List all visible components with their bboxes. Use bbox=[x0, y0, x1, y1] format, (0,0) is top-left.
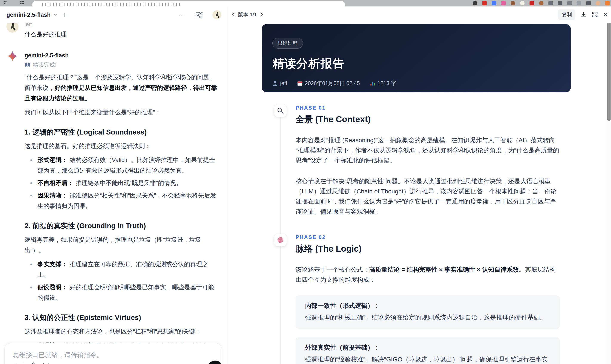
wordcount-meta: 1213 字 bbox=[370, 80, 397, 87]
expand-button[interactable] bbox=[592, 11, 598, 18]
phase-title: 全景 (The Context) bbox=[296, 114, 606, 125]
close-button[interactable]: ✕ bbox=[603, 11, 608, 18]
bullet-item: 事实支撑：推理建立在可靠的数据、准确的观测或公认的真理之上。 bbox=[25, 259, 218, 280]
author-meta: jeff bbox=[272, 80, 287, 86]
phase2-icon-box bbox=[274, 234, 287, 246]
extension-icon[interactable] bbox=[548, 1, 553, 5]
bullet-item: 因果清晰：能准确区分“相关性”和“因果关系”，不会轻率地将先后发生的事情归为因果… bbox=[25, 190, 218, 211]
report-date: 2026年01月08日 02:45 bbox=[305, 80, 360, 87]
phase-label: PHASE 01 bbox=[296, 104, 606, 111]
extension-icon[interactable] bbox=[596, 1, 600, 5]
new-chat-button[interactable]: + bbox=[63, 12, 67, 18]
tools-button[interactable] bbox=[30, 363, 37, 364]
phase-paragraph: 核心情境在于解决“思考的随意性”问题。不论是人类通过批判性思维进行决策，还是大语… bbox=[296, 176, 560, 217]
soccer-player-icon bbox=[8, 22, 17, 31]
chat-panel: gemini-2.5-flash + ⋯ bbox=[0, 6, 228, 364]
message-input[interactable]: 思维接口已就绪，请传输指令。 bbox=[13, 351, 213, 360]
answer-section: 1. 逻辑的严密性 (Logical Soundness) 这是推理的基石。好的… bbox=[25, 127, 218, 211]
app-window: gemini-2.5-flash + ⋯ bbox=[0, 0, 611, 364]
phase-section-2: PHASE 02 脉络 (The Logic) 该论述基于一个核心公式：高质量结… bbox=[274, 234, 606, 364]
bullet-item: 不自相矛盾：推理链条中不能出现“既是又非”的情况。 bbox=[25, 178, 218, 188]
composer-divider bbox=[24, 363, 24, 364]
section-heading: 2. 前提的真实性 (Grounding in Truth) bbox=[25, 221, 218, 231]
extension-icon[interactable] bbox=[539, 1, 544, 5]
person-icon bbox=[272, 81, 278, 86]
extension-icon[interactable] bbox=[511, 1, 515, 5]
author-name: jeff bbox=[280, 80, 287, 86]
extension-icon[interactable] bbox=[482, 1, 487, 5]
assistant-name: gemini-2.5-flash bbox=[25, 51, 69, 59]
sliders-icon bbox=[195, 11, 203, 18]
assistant-answer: “什么是好的推理？”这是一个涉及逻辑学、认知科学和哲学核心的问题。简单来说，好的… bbox=[25, 72, 218, 364]
bullet-term: 不自相矛盾： bbox=[37, 180, 74, 186]
extension-strip[interactable] bbox=[473, 1, 610, 5]
section-lead: 这涉及推理者的心态和方法论，也是区分“杠精”和“思想家”的关键： bbox=[25, 326, 218, 337]
version-next-button[interactable] bbox=[260, 12, 263, 17]
model-title[interactable]: gemini-2.5-flash bbox=[6, 12, 51, 18]
chevron-down-icon[interactable] bbox=[53, 13, 57, 16]
page-content: gemini-2.5-flash + ⋯ bbox=[0, 6, 611, 364]
extension-icon[interactable] bbox=[577, 1, 581, 5]
section-heading: 3. 认知的公正性 (Epistemic Virtues) bbox=[25, 313, 218, 322]
status-text: 精读完成! bbox=[33, 61, 56, 68]
diamonds-icon bbox=[30, 363, 37, 364]
extension-icon[interactable] bbox=[501, 1, 506, 5]
phase1-icon-box bbox=[274, 104, 287, 117]
soccer-player-icon bbox=[214, 12, 220, 18]
report-title: 精读分析报告 bbox=[272, 56, 560, 72]
report-hero-card: 思维过程 精读分析报告 jeff 2026年01月08日 02:45 bbox=[262, 24, 571, 92]
extension-icon[interactable] bbox=[492, 1, 496, 5]
copy-button[interactable]: 复制 bbox=[558, 10, 575, 20]
bullet-term: 事实支撑： bbox=[37, 261, 67, 268]
bullet-term: 因果清晰： bbox=[37, 192, 67, 199]
card-title: 内部一致性（形式逻辑）： bbox=[305, 301, 550, 310]
add-attachment-button[interactable]: + bbox=[13, 362, 18, 364]
report-meta: jeff 2026年01月08日 02:45 1213 字 bbox=[272, 80, 560, 87]
download-button[interactable] bbox=[581, 11, 586, 18]
extension-icon[interactable] bbox=[473, 1, 477, 5]
section-lead: 逻辑再完美，如果前提是错误的，推理也是垃圾（即“垃圾进，垃圾出”）。 bbox=[25, 234, 218, 256]
browser-toolbar bbox=[0, 0, 611, 6]
brain-icon bbox=[277, 236, 284, 244]
refresh-icon[interactable] bbox=[3, 0, 7, 5]
phase-paragraph: 该论述基于一个核心公式：高质量结论 = 结构完整性 × 事实准确性 × 认知自律… bbox=[296, 264, 560, 285]
card-title: 外部真实性（前提基础）： bbox=[305, 343, 550, 352]
version-prev-button[interactable] bbox=[232, 12, 235, 17]
bar-chart-icon bbox=[370, 81, 375, 86]
model-settings-button[interactable] bbox=[195, 11, 203, 18]
section-heading: 1. 逻辑的严密性 (Logical Soundness) bbox=[25, 127, 218, 137]
extension-icon[interactable] bbox=[520, 1, 525, 5]
book-icon bbox=[25, 62, 30, 67]
answer-section: 2. 前提的真实性 (Grounding in Truth) 逻辑再完美，如果前… bbox=[25, 221, 218, 303]
date-meta: 2026年01月08日 02:45 bbox=[297, 80, 360, 87]
card-body: 强调推理的“经验校准”。解决“GIGO（垃圾进，垃圾出）”问题，确保推理引擎运行… bbox=[305, 354, 550, 364]
address-url-text bbox=[42, 3, 180, 6]
extension-icon[interactable] bbox=[567, 1, 572, 5]
apps-grid-icon[interactable] bbox=[20, 0, 24, 5]
assistant-message-row: gemini-2.5-flash 精读完成! bbox=[6, 51, 222, 68]
extension-icon[interactable] bbox=[558, 1, 562, 5]
extension-icon[interactable] bbox=[530, 1, 534, 5]
extension-icon[interactable] bbox=[586, 1, 591, 5]
chat-header: gemini-2.5-flash + ⋯ bbox=[0, 6, 228, 23]
user-message-row: jeff 什么是好的推理 bbox=[6, 21, 222, 39]
report-panel: 版本 1/1 复制 bbox=[228, 6, 611, 364]
report-scroll-area[interactable]: 思维过程 精读分析报告 jeff 2026年01月08日 02:45 bbox=[228, 23, 606, 364]
answer-paragraph: 我们可以从以下四个维度来衡量什么是“好的推理”： bbox=[25, 107, 218, 117]
section-lead: 这是推理的基石。好的推理必须遵循逻辑法则： bbox=[25, 141, 218, 151]
bullet-item: 形式逻辑：结构必须有效（Valid）。比如演绎推理中，如果前提全部为真，那么通过… bbox=[25, 155, 218, 176]
download-icon bbox=[581, 11, 586, 18]
extension-icon[interactable] bbox=[605, 1, 610, 5]
card-body: 强调推理的“机械正确”。结论必须在给定的规则系统内逻辑自洽，这是推理的硬件基础。 bbox=[305, 312, 550, 323]
phase-paragraph: 本内容是对“推理 (Reasoning)”这一抽象概念的高层建模。在知识爆炸与人… bbox=[296, 135, 560, 166]
account-avatar[interactable] bbox=[213, 10, 221, 19]
bullet-item: 假设透明：好的推理会明确指明哪些是已知事实，哪些是基于可能的假设。 bbox=[25, 282, 218, 303]
message-composer[interactable]: 思维接口已就绪，请传输指令。 + bbox=[4, 343, 222, 364]
more-options-button[interactable]: ⋯ bbox=[179, 13, 186, 17]
chat-scroll-area[interactable]: jeff 什么是好的推理 bbox=[6, 21, 222, 364]
scrollbar-thumb[interactable] bbox=[607, 21, 611, 121]
voice-input-button[interactable] bbox=[207, 361, 223, 364]
bookmark-button[interactable] bbox=[42, 363, 49, 364]
report-toolbar: 版本 1/1 复制 bbox=[228, 6, 611, 23]
user-message: 什么是好的推理 bbox=[25, 30, 67, 39]
